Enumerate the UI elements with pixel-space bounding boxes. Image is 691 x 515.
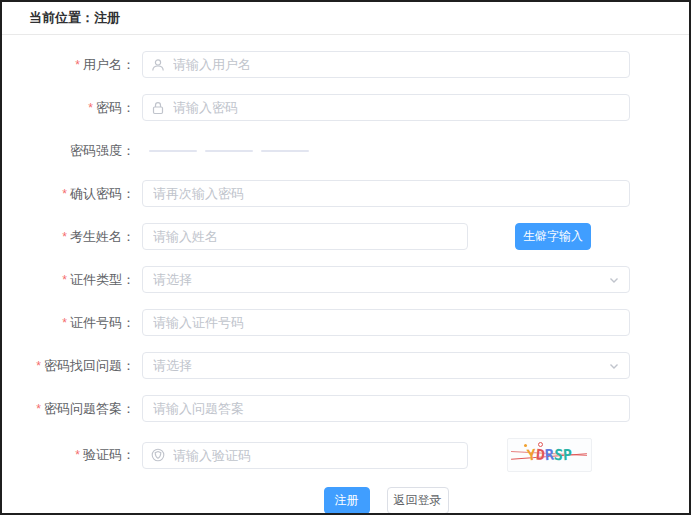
id-number-label: *证件号码： bbox=[2, 314, 142, 332]
candidate-name-row: *考生姓名： 生僻字输入 bbox=[2, 223, 689, 250]
back-to-login-button[interactable]: 返回登录 bbox=[387, 487, 449, 514]
recovery-question-label: *密码找回问题： bbox=[2, 357, 142, 375]
captcha-image[interactable]: YDRSP bbox=[507, 438, 592, 472]
strength-bar bbox=[261, 150, 309, 152]
captcha-row: *验证码： YDRSP bbox=[2, 438, 689, 472]
confirm-password-row: *确认密码： bbox=[2, 180, 689, 207]
confirm-password-input[interactable] bbox=[142, 180, 630, 207]
username-label: *用户名： bbox=[2, 56, 142, 74]
id-number-input[interactable] bbox=[142, 309, 630, 336]
password-row: *密码： bbox=[2, 94, 689, 121]
recovery-question-row: *密码找回问题： bbox=[2, 352, 689, 379]
required-asterisk: * bbox=[36, 359, 41, 373]
rare-character-input-button[interactable]: 生僻字输入 bbox=[515, 223, 591, 250]
password-strength-row: 密码强度： bbox=[2, 137, 689, 164]
id-type-label: *证件类型： bbox=[2, 271, 142, 289]
required-asterisk: * bbox=[62, 273, 67, 287]
registration-page: 当前位置：注册 *用户名： *密码： 密码强度： bbox=[0, 0, 691, 515]
form-actions: 注册 返回登录 bbox=[142, 487, 630, 514]
captcha-label: *验证码： bbox=[2, 446, 142, 464]
confirm-password-label: *确认密码： bbox=[2, 185, 142, 203]
question-answer-input[interactable] bbox=[142, 395, 630, 422]
required-asterisk: * bbox=[36, 402, 41, 416]
id-number-row: *证件号码： bbox=[2, 309, 689, 336]
password-label: *密码： bbox=[2, 99, 142, 117]
required-asterisk: * bbox=[62, 230, 67, 244]
breadcrumb: 当前位置：注册 bbox=[2, 2, 689, 35]
username-input[interactable] bbox=[142, 51, 630, 78]
candidate-name-input[interactable] bbox=[142, 223, 468, 250]
required-asterisk: * bbox=[88, 101, 93, 115]
candidate-name-label: *考生姓名： bbox=[2, 228, 142, 246]
question-answer-label: *密码问题答案： bbox=[2, 400, 142, 418]
registration-form: *用户名： *密码： 密码强度： *确认密码： bbox=[2, 35, 689, 514]
password-input[interactable] bbox=[142, 94, 630, 121]
password-strength-indicator bbox=[142, 137, 309, 164]
id-type-select[interactable] bbox=[142, 266, 630, 293]
id-type-row: *证件类型： bbox=[2, 266, 689, 293]
strength-bar bbox=[205, 150, 253, 152]
captcha-letter: P bbox=[563, 447, 573, 462]
required-asterisk: * bbox=[62, 316, 67, 330]
username-row: *用户名： bbox=[2, 51, 689, 78]
required-asterisk: * bbox=[62, 187, 67, 201]
password-strength-label: 密码强度： bbox=[2, 142, 142, 160]
required-asterisk: * bbox=[75, 58, 80, 72]
question-answer-row: *密码问题答案： bbox=[2, 395, 689, 422]
captcha-input[interactable] bbox=[142, 442, 468, 469]
recovery-question-select[interactable] bbox=[142, 352, 630, 379]
strength-bar bbox=[149, 150, 197, 152]
register-button[interactable]: 注册 bbox=[324, 487, 370, 514]
required-asterisk: * bbox=[75, 448, 80, 462]
